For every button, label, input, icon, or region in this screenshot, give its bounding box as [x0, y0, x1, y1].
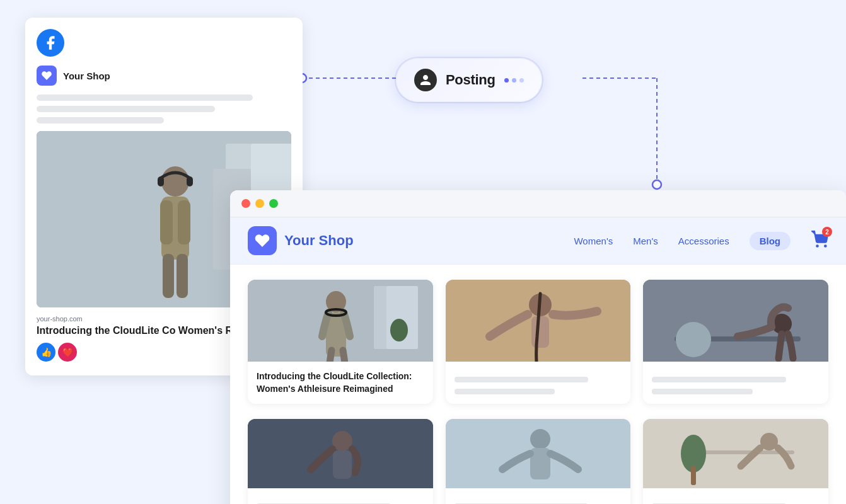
fb-line-2 — [37, 106, 215, 112]
blog-card-5-image — [446, 419, 631, 488]
blog-card-6-image — [643, 419, 828, 488]
blog-card-1-title: Introducing the CloudLite Collection: Wo… — [257, 370, 424, 395]
blog-card-1-image — [248, 280, 433, 362]
blog-card-2-body — [446, 362, 631, 403]
blog-card-5[interactable] — [446, 419, 631, 504]
svg-point-20 — [825, 245, 826, 246]
posting-dot-2 — [512, 78, 516, 83]
blog-card-3-body — [643, 362, 828, 403]
blog-grid-row2 — [230, 419, 846, 504]
shop-nav: Women's Men's Accessories Blog 2 — [574, 231, 828, 251]
blog-card-2-image — [446, 280, 631, 362]
facebook-logo-icon — [37, 29, 64, 57]
blog-card-2-line1 — [455, 377, 589, 382]
blog-card-2-line2 — [455, 389, 555, 394]
like-reaction[interactable]: 👍 — [37, 343, 55, 362]
svg-point-39 — [530, 429, 550, 449]
blog-grid-row1: Introducing the CloudLite Collection: Wo… — [230, 265, 846, 419]
fb-shop-row: Your Shop — [37, 66, 291, 86]
blog-card-6-body — [643, 488, 828, 504]
svg-rect-37 — [333, 450, 352, 479]
traffic-light-red[interactable] — [241, 199, 250, 208]
blog-card-4-image — [248, 419, 433, 488]
svg-rect-14 — [178, 200, 190, 244]
fb-line-3 — [37, 117, 164, 123]
blog-card-1-body: Introducing the CloudLite Collection: Wo… — [248, 362, 433, 404]
fb-shop-icon — [37, 66, 57, 86]
svg-rect-18 — [187, 176, 193, 186]
browser-window: Your Shop Women's Men's Accessories Blog… — [230, 190, 846, 504]
svg-rect-15 — [163, 254, 174, 298]
svg-rect-16 — [177, 254, 188, 298]
shop-header: Your Shop Women's Men's Accessories Blog… — [230, 217, 846, 265]
blog-card-3-line1 — [652, 377, 786, 382]
svg-rect-45 — [691, 466, 696, 485]
blog-card-3-image — [643, 280, 828, 362]
posting-dot-1 — [504, 78, 509, 83]
svg-point-24 — [390, 319, 408, 341]
svg-rect-17 — [158, 176, 164, 186]
posting-dots — [504, 78, 524, 83]
svg-rect-30 — [531, 316, 549, 348]
shop-logo-icon — [248, 226, 277, 255]
nav-womens[interactable]: Women's — [574, 236, 613, 246]
shop-brand: Your Shop — [248, 226, 354, 255]
posting-label: Posting — [446, 72, 495, 88]
svg-rect-31 — [643, 280, 828, 362]
posting-avatar-icon — [414, 69, 437, 91]
shop-name: Your Shop — [284, 232, 354, 249]
cart-badge: 2 — [822, 227, 832, 237]
cart-button[interactable]: 2 — [811, 231, 828, 251]
svg-point-19 — [816, 245, 818, 246]
browser-titlebar — [230, 190, 846, 217]
traffic-light-yellow[interactable] — [255, 199, 264, 208]
fb-line-1 — [37, 94, 253, 101]
fb-text-lines — [37, 94, 291, 123]
blog-card-2[interactable] — [446, 280, 631, 404]
blog-card-5-body — [446, 488, 631, 504]
posting-pill: Posting — [396, 58, 542, 102]
svg-point-11 — [161, 166, 189, 197]
posting-dot-3 — [519, 78, 524, 83]
nav-accessories[interactable]: Accessories — [678, 236, 729, 246]
heart-reaction[interactable]: ❤️ — [58, 343, 77, 362]
nav-blog[interactable]: Blog — [750, 232, 791, 250]
fb-shop-name: Your Shop — [63, 71, 110, 81]
svg-rect-13 — [160, 200, 173, 244]
blog-card-6[interactable] — [643, 419, 828, 504]
blog-card-3[interactable] — [643, 280, 828, 404]
svg-point-34 — [676, 322, 711, 357]
blog-card-3-line2 — [652, 389, 752, 394]
blog-card-4-body — [248, 488, 433, 504]
nav-mens[interactable]: Men's — [633, 236, 658, 246]
blog-card-4[interactable] — [248, 419, 433, 504]
blog-card-1[interactable]: Introducing the CloudLite Collection: Wo… — [248, 280, 433, 404]
svg-point-4 — [652, 180, 661, 189]
traffic-light-green[interactable] — [269, 199, 278, 208]
